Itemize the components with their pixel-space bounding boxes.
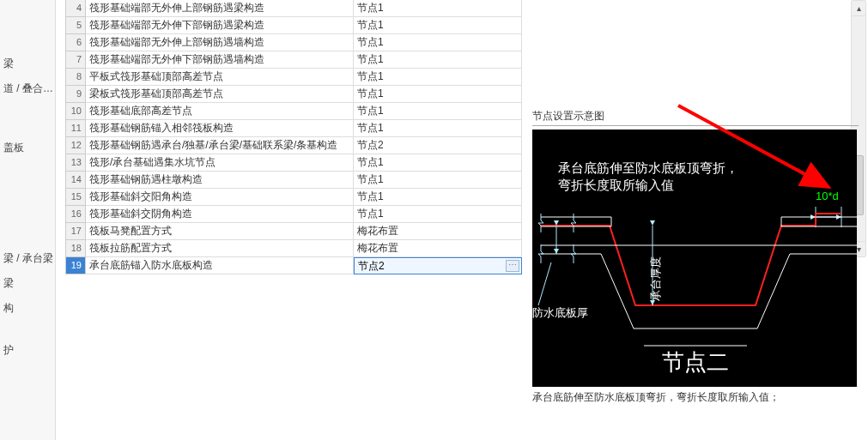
- row-number: 5: [65, 17, 86, 34]
- row-number: 12: [65, 137, 86, 154]
- row-number: 15: [65, 189, 86, 206]
- row-number: 8: [65, 69, 86, 86]
- row-value[interactable]: 节点1: [354, 86, 522, 103]
- diagram-label-cap: 承台厚度: [649, 256, 662, 301]
- row-name: 筏形基础钢筋锚入相邻筏板构造: [86, 120, 354, 137]
- table-row[interactable]: 12筏形基础钢筋遇承台/独基/承台梁/基础联系梁/条基构造节点2: [65, 137, 524, 154]
- row-name: 筏形基础斜交阳角构造: [86, 189, 354, 206]
- settings-table: 4筏形基础端部无外伸上部钢筋遇梁构造节点15筏形基础端部无外伸下部钢筋遇梁构造节…: [65, 0, 524, 274]
- row-number: 10: [65, 103, 86, 120]
- sidebar-item[interactable]: 梁 / 承台梁: [0, 246, 55, 271]
- table-row[interactable]: 15筏形基础斜交阳角构造节点1: [65, 189, 524, 206]
- row-value[interactable]: 节点1: [354, 154, 522, 172]
- row-value[interactable]: 节点1: [354, 69, 522, 86]
- sidebar-item: [0, 321, 55, 338]
- row-value[interactable]: 梅花布置: [354, 223, 522, 240]
- diagram-desc-2: 弯折长度取所输入值: [558, 178, 674, 192]
- sidebar-item[interactable]: 护: [0, 338, 55, 363]
- table-row[interactable]: 9梁板式筏形基础顶部高差节点节点1: [65, 86, 524, 103]
- table-row[interactable]: 5筏形基础端部无外伸下部钢筋遇梁构造节点1: [65, 17, 524, 34]
- diagram-rebar-path: [541, 214, 841, 305]
- sidebar-item[interactable]: 道 / 叠合…: [0, 76, 55, 101]
- table-row-selected[interactable]: 19承台底筋锚入防水底板构造⋯: [65, 257, 524, 274]
- row-value[interactable]: 节点1: [354, 34, 522, 51]
- sidebar-item[interactable]: 梁: [0, 271, 55, 296]
- diagram-caption: 承台底筋伸至防水底板顶弯折，弯折长度取所输入值；: [532, 390, 859, 405]
- table-row[interactable]: 7筏形基础端部无外伸下部钢筋遇墙构造节点1: [65, 51, 524, 69]
- sidebar-item: [0, 101, 55, 136]
- row-name: 筏形基础端部无外伸上部钢筋遇梁构造: [86, 0, 354, 17]
- sidebar-item: [0, 160, 55, 246]
- row-number: 9: [65, 86, 86, 103]
- row-name: 筏形基础斜交阴角构造: [86, 206, 354, 223]
- row-number: 19: [65, 257, 86, 274]
- table-row[interactable]: 13筏形/承台基础遇集水坑节点节点1: [65, 154, 524, 172]
- diagram-box: 承台底筋伸至防水底板顶弯折， 弯折长度取所输入值 10*d: [532, 130, 857, 387]
- sidebar-item[interactable]: 构: [0, 296, 55, 321]
- row-number: 13: [65, 154, 86, 172]
- row-name: 筏板拉筋配置方式: [86, 240, 354, 257]
- browse-button[interactable]: ⋯: [506, 260, 519, 272]
- row-value[interactable]: 节点1: [354, 0, 522, 17]
- row-number: 18: [65, 240, 86, 257]
- row-number: 11: [65, 120, 86, 137]
- sidebar-item[interactable]: 盖板: [0, 136, 55, 160]
- table-row[interactable]: 18筏板拉筋配置方式梅花布置: [65, 240, 524, 257]
- row-value[interactable]: 节点1: [354, 120, 522, 137]
- sidebar-item[interactable]: 梁: [0, 51, 55, 76]
- row-value[interactable]: 梅花布置: [354, 240, 522, 257]
- row-value[interactable]: 节点1: [354, 206, 522, 223]
- diagram-label-thick: 防水底板厚: [532, 306, 588, 319]
- row-number: 4: [65, 0, 86, 17]
- row-number: 14: [65, 172, 86, 189]
- row-number: 17: [65, 223, 86, 240]
- scroll-up-icon[interactable]: ▴: [852, 1, 865, 16]
- diagram-footer-title: 节点二: [662, 349, 729, 375]
- table-row[interactable]: 16筏形基础斜交阴角构造节点1: [65, 206, 524, 223]
- diagram-title: 节点设置示意图: [532, 107, 859, 126]
- table-row[interactable]: 17筏板马凳配置方式梅花布置: [65, 223, 524, 240]
- diagram-dim-top-right: 10*d: [816, 190, 839, 202]
- row-value[interactable]: 节点1: [354, 189, 522, 206]
- row-name: 承台底筋锚入防水底板构造: [86, 257, 354, 274]
- row-value[interactable]: 节点1: [354, 172, 522, 189]
- diagram-panel: 节点设置示意图 承台底筋伸至防水底板顶弯折， 弯折长度取所输入值 10*d: [532, 107, 859, 405]
- row-value-editor[interactable]: ⋯: [354, 257, 522, 274]
- row-number: 16: [65, 206, 86, 223]
- app-root: 梁 道 / 叠合… 盖板 梁 / 承台梁 梁 构 护 4筏形基础端部无外伸上部钢…: [0, 0, 868, 440]
- row-name: 平板式筏形基础顶部高差节点: [86, 69, 354, 86]
- diagram-svg: 承台底筋伸至防水底板顶弯折， 弯折长度取所输入值 10*d: [532, 130, 857, 387]
- row-value[interactable]: 节点1: [354, 51, 522, 69]
- row-name: 筏形基础端部无外伸下部钢筋遇梁构造: [86, 17, 354, 34]
- value-input[interactable]: [355, 259, 521, 274]
- table-row[interactable]: 14筏形基础钢筋遇柱墩构造节点1: [65, 172, 524, 189]
- row-name: 筏板马凳配置方式: [86, 223, 354, 240]
- table-row[interactable]: 4筏形基础端部无外伸上部钢筋遇梁构造节点1: [65, 0, 524, 17]
- row-value[interactable]: 节点2: [354, 137, 522, 154]
- row-number: 6: [65, 34, 86, 51]
- row-value[interactable]: 节点1: [354, 103, 522, 120]
- row-name: 筏形基础端部无外伸上部钢筋遇墙构造: [86, 34, 354, 51]
- table-row[interactable]: 6筏形基础端部无外伸上部钢筋遇墙构造节点1: [65, 34, 524, 51]
- row-name: 筏形基础底部高差节点: [86, 103, 354, 120]
- row-name: 筏形/承台基础遇集水坑节点: [86, 154, 354, 172]
- svg-line-5: [538, 262, 551, 305]
- table-row[interactable]: 11筏形基础钢筋锚入相邻筏板构造节点1: [65, 120, 524, 137]
- row-value[interactable]: 节点1: [354, 17, 522, 34]
- row-name: 筏形基础端部无外伸下部钢筋遇墙构造: [86, 51, 354, 69]
- row-name: 筏形基础钢筋遇承台/独基/承台梁/基础联系梁/条基构造: [86, 137, 354, 154]
- sidebar: 梁 道 / 叠合… 盖板 梁 / 承台梁 梁 构 护: [0, 0, 56, 440]
- row-number: 7: [65, 51, 86, 69]
- row-name: 梁板式筏形基础顶部高差节点: [86, 86, 354, 103]
- table-row[interactable]: 8平板式筏形基础顶部高差节点节点1: [65, 69, 524, 86]
- table-row[interactable]: 10筏形基础底部高差节点节点1: [65, 103, 524, 120]
- diagram-desc-1: 承台底筋伸至防水底板顶弯折，: [558, 160, 738, 175]
- row-name: 筏形基础钢筋遇柱墩构造: [86, 172, 354, 189]
